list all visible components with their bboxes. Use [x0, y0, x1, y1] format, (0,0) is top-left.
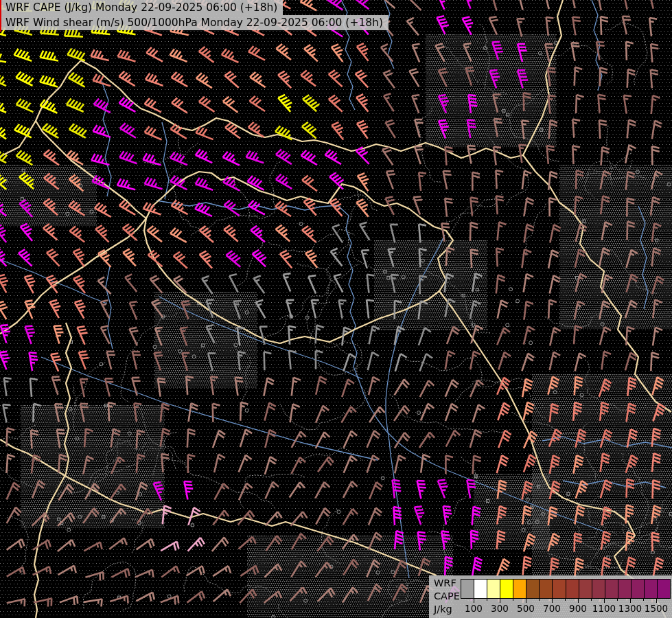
legend-tick: [565, 598, 566, 601]
title-line-cape: WRF CAPE (J/kg) Monday 22-09-2025 06:00 …: [1, 0, 283, 15]
legend-cell-6: [540, 580, 553, 598]
legend-cell-7: [553, 580, 566, 598]
legend-tick: [656, 598, 657, 603]
weather-map-stage: WRF CAPE (J/kg) Monday 22-09-2025 06:00 …: [0, 0, 672, 618]
cape-legend: WRF CAPE J/kg 10030050070090011001300150…: [429, 575, 672, 618]
legend-cell-8: [566, 580, 579, 598]
legend-tick: [487, 598, 487, 601]
legend-cell-1: [474, 580, 487, 598]
legend-tick-label: 300: [491, 603, 509, 614]
legend-tick: [539, 598, 540, 601]
legend-tick-label: 1100: [592, 603, 616, 614]
legend-tick-label: 500: [517, 603, 535, 614]
legend-colorbar: [461, 579, 671, 599]
legend-tick-label: 100: [465, 603, 483, 614]
legend-tick: [604, 598, 605, 603]
legend-tick-label: 900: [569, 603, 587, 614]
legend-cell-2: [487, 580, 500, 598]
legend-tick-label: 1500: [645, 603, 668, 614]
legend-cell-3: [500, 580, 513, 598]
legend-label-wrf: WRF: [434, 577, 460, 590]
map-title-block: WRF CAPE (J/kg) Monday 22-09-2025 06:00 …: [1, 0, 389, 30]
legend-tick: [526, 598, 526, 603]
legend-tick: [513, 598, 513, 601]
title-line-windshear: WRF Wind shear (m/s) 500/1000hPa Monday …: [1, 15, 389, 30]
legend-label-unit: J/kg: [434, 603, 460, 616]
legend-cell-5: [526, 580, 540, 598]
legend-tick-label: 1300: [618, 603, 642, 614]
legend-tick: [474, 598, 474, 603]
legend-label-cape: CAPE: [434, 590, 460, 603]
legend-tick: [552, 598, 553, 603]
weather-map-canvas: [0, 0, 672, 618]
legend-tick: [630, 598, 631, 603]
legend-tick: [578, 598, 579, 603]
legend-cell-13: [632, 580, 645, 598]
legend-cell-10: [592, 580, 605, 598]
legend-cell-11: [605, 580, 618, 598]
legend-tick: [643, 598, 644, 601]
legend-tick: [500, 598, 500, 603]
legend-variable-label: WRF CAPE J/kg: [434, 577, 460, 616]
legend-tick: [591, 598, 592, 601]
legend-cell-14: [645, 580, 658, 598]
legend-cell-15: [658, 580, 670, 598]
legend-cell-4: [513, 580, 526, 598]
legend-cell-9: [579, 580, 592, 598]
legend-cell-12: [618, 580, 632, 598]
legend-cell-0: [461, 580, 474, 598]
legend-tick: [617, 598, 618, 601]
legend-tick-label: 700: [543, 603, 561, 614]
